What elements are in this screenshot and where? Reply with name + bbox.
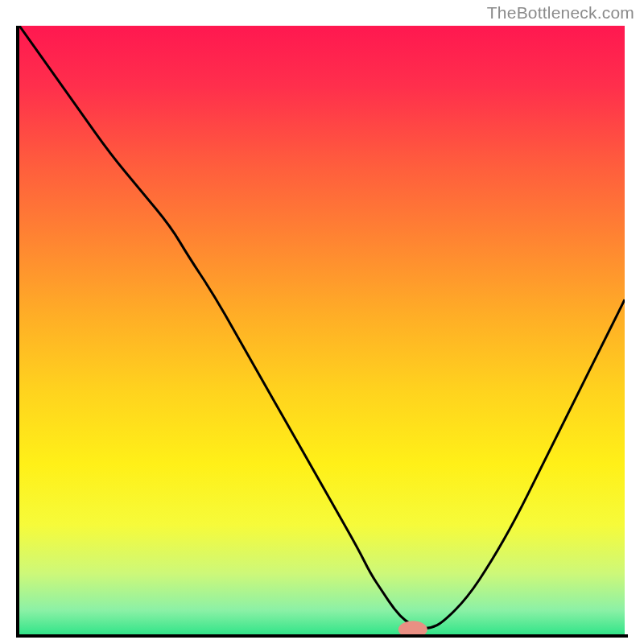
plot-area [16,26,628,638]
chart-svg [16,26,628,638]
chart-frame: TheBottleneck.com [0,0,644,644]
gradient-background [19,26,625,634]
watermark-text: TheBottleneck.com [487,3,634,23]
